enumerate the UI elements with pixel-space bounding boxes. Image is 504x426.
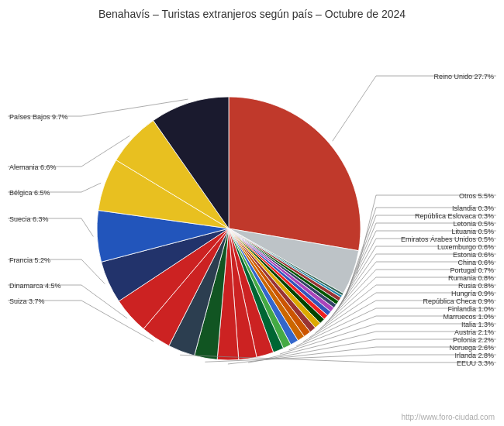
pie-label: Otros 5.5% [459,192,494,200]
pie-label: República Eslovaca 0.3% [415,212,494,220]
pie-label: Islandia 0.3% [452,204,494,212]
pie-label: Emiratos Árabes Unidos 0.5% [401,235,494,243]
pie-label: Austria 2.1% [454,328,494,336]
pie-label: EEUU 3.3% [457,359,494,367]
pie-label: Estonia 0.6% [453,251,494,259]
pie-label: Marruecos 1.0% [443,313,494,321]
pie-slice [229,97,361,251]
chart-container: Benahavís – Turistas extranjeros según p… [0,0,504,426]
pie-label: Alemania 6.6% [9,163,57,171]
chart-title: Benahavís – Turistas extranjeros según p… [0,0,504,23]
pie-label: Países Bajos 9.7% [9,113,68,121]
pie-label: Noruega 2.6% [449,344,494,352]
pie-label: Lituania 0.5% [451,228,494,235]
pie-label: Suecia 6.3% [9,215,49,223]
leader-line [8,136,129,167]
pie-label: Portugal 0.7% [450,266,494,274]
pie-label: Hungría 0.9% [451,290,494,297]
pie-label: Suiza 3.7% [9,297,45,305]
footer-url: http://www.foro-ciudad.com [401,413,495,421]
leader-line [333,76,496,141]
pie-label: Irlanda 2.8% [454,352,494,359]
pie-label: Rumania 0.8% [448,274,494,282]
pie-label: Finlandia 1.0% [447,305,494,313]
pie-label: República Checa 0.9% [423,297,494,305]
pie-label: Reino Unido 27.7% [433,73,494,81]
pie-label: Bélgica 6.5% [9,189,50,197]
pie-label: Letonia 0.5% [453,220,494,228]
pie-label: Polonia 2.2% [453,336,494,344]
pie-label: Luxemburgo 0.6% [437,243,494,251]
pie-label: China 0.6% [457,259,494,266]
pie-label: Dinamarca 4.5% [9,282,61,290]
pie-chart: Reino Unido 27.7%Otros 5.5%Islandia 0.3%… [0,23,504,418]
pie-label: Italia 1.3% [461,321,494,328]
pie-label: Rusia 0.8% [458,282,494,290]
pie-label: Francia 5.2% [9,256,50,264]
